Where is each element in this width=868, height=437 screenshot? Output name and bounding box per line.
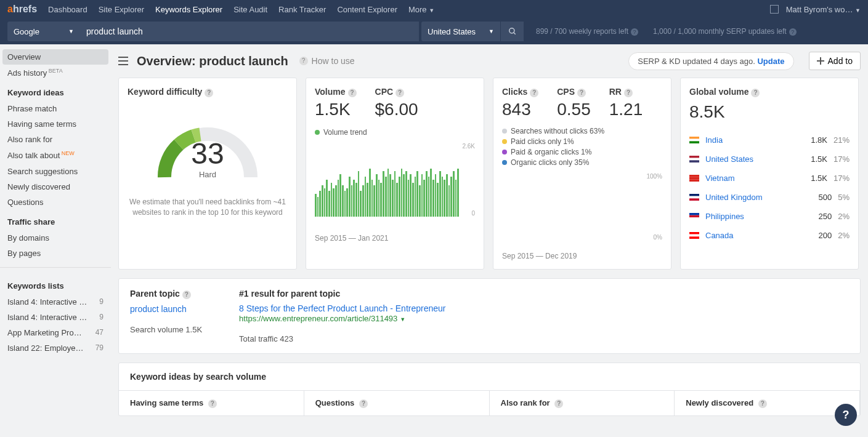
nav-item-keywords-explorer[interactable]: Keywords Explorer: [155, 5, 222, 14]
info-icon[interactable]: ?: [789, 28, 797, 36]
volume-bar: [401, 169, 403, 217]
gv-row[interactable]: Philippines2502%: [689, 207, 850, 226]
add-to-button[interactable]: Add to: [809, 52, 861, 70]
how-to-use[interactable]: ?How to use: [297, 56, 355, 66]
help-icon[interactable]: ?: [208, 399, 217, 408]
volume-bar: [437, 183, 439, 217]
search-button[interactable]: [500, 22, 524, 41]
sidebar-list-item[interactable]: App Marketing Pro…47: [0, 325, 111, 340]
volume-bar: [446, 174, 448, 217]
volume-bar: [444, 180, 445, 217]
volume-bar: [376, 174, 378, 217]
cps-value: 0.55: [557, 100, 591, 119]
volume-bar: [317, 197, 319, 217]
svg-rect-13: [689, 175, 699, 177]
logo[interactable]: ahrefs: [7, 4, 37, 15]
svg-rect-7: [689, 137, 699, 139]
help-icon[interactable]: ?: [205, 89, 213, 97]
sidebar-item-ads-history[interactable]: Ads history BETA: [0, 65, 111, 81]
volume-bar: [338, 180, 339, 217]
volume-date-range: Sep 2015 — Jan 2021: [315, 234, 475, 243]
sidebar-list-item[interactable]: Island 4: Interactive …9: [0, 294, 111, 310]
legend-item: Paid & organic clicks 1%: [502, 148, 662, 156]
nav-item-dashboard[interactable]: Dashboard: [48, 5, 87, 14]
help-icon[interactable]: ?: [758, 399, 767, 408]
help-icon[interactable]: ?: [182, 291, 191, 299]
help-icon[interactable]: ?: [359, 399, 368, 408]
volume-bar: [392, 180, 394, 217]
kd-label: Keyword difficulty?: [128, 87, 288, 97]
volume-trend-legend: Volume trend: [315, 128, 475, 137]
volume-bar: [419, 185, 421, 217]
volume-bar: [365, 177, 367, 217]
nav-item-rank-tracker[interactable]: Rank Tracker: [278, 5, 326, 14]
help-icon[interactable]: ?: [348, 89, 357, 97]
workspace-icon[interactable]: [770, 5, 779, 14]
sidebar-list-item[interactable]: Island 22: Employe…79: [0, 340, 111, 356]
volume-bar: [435, 174, 437, 217]
help-icon[interactable]: ?: [395, 89, 404, 97]
nav-item-site-explorer[interactable]: Site Explorer: [99, 5, 144, 14]
sidebar-item-phrase-match[interactable]: Phrase match: [0, 101, 111, 116]
svg-rect-14: [689, 177, 699, 180]
sidebar-item-by-pages[interactable]: By pages: [0, 246, 111, 261]
sidebar-item-also-talk[interactable]: Also talk about NEW: [0, 147, 111, 163]
svg-rect-11: [689, 158, 699, 161]
help-icon[interactable]: ?: [530, 89, 538, 97]
sidebar-item-same-terms[interactable]: Having same terms: [0, 116, 111, 132]
nav-item-more[interactable]: More ▼: [408, 5, 434, 14]
parent-topic-label: Parent topic?: [130, 289, 202, 299]
gv-row[interactable]: United Kingdom5005%: [689, 188, 850, 207]
volume-bar: [453, 171, 455, 217]
sidebar-header-keywords-lists: Keywords lists: [0, 274, 111, 294]
sidebar-item-also-rank[interactable]: Also rank for: [0, 132, 111, 147]
help-bubble-button[interactable]: ?: [835, 404, 857, 426]
volume-bar: [349, 177, 351, 217]
volume-bar: [387, 169, 389, 217]
sidebar-item-overview[interactable]: Overview: [2, 49, 108, 65]
sidebar-list-item[interactable]: Island 4: Interactive …9: [0, 310, 111, 325]
keyword-input[interactable]: [80, 22, 419, 41]
legend-item: Organic clicks only 35%: [502, 158, 662, 167]
gv-row[interactable]: United States1.5K17%: [689, 150, 850, 169]
volume-bar: [346, 188, 348, 217]
update-link[interactable]: Update: [757, 57, 784, 66]
result-url[interactable]: https://www.entrepreneur.com/article/311…: [239, 313, 445, 323]
gv-row[interactable]: India1.8K21%: [689, 130, 850, 150]
volume-bar: [315, 194, 317, 217]
result-title-link[interactable]: 8 Steps for the Perfect Product Launch -…: [239, 303, 445, 313]
usage-info: 899 / 700 weekly reports left? 1,000 / 1…: [536, 27, 797, 36]
sidebar-item-suggestions[interactable]: Search suggestions: [0, 164, 111, 179]
country-select[interactable]: United States▼: [421, 22, 500, 41]
volume-bar: [457, 169, 459, 217]
help-icon[interactable]: ?: [577, 89, 586, 97]
info-icon[interactable]: ?: [631, 28, 638, 36]
parent-topic-link[interactable]: product launch: [130, 304, 202, 314]
volume-bar: [426, 171, 428, 217]
ideas-col-header: Newly discovered ?: [675, 390, 860, 415]
help-icon[interactable]: ?: [751, 89, 760, 97]
menu-icon[interactable]: [118, 57, 128, 65]
parent-search-volume: Search volume 1.5K: [130, 325, 202, 334]
legend-item: Searches without clicks 63%: [502, 127, 662, 135]
gv-row[interactable]: Vietnam1.5K17%: [689, 169, 850, 188]
volume-bar: [342, 185, 344, 217]
nav-item-content-explorer[interactable]: Content Explorer: [337, 5, 397, 14]
nav-item-site-audit[interactable]: Site Audit: [233, 5, 267, 14]
main-nav: DashboardSite ExplorerKeywords ExplorerS…: [48, 5, 434, 14]
sidebar-item-by-domains[interactable]: By domains: [0, 230, 111, 246]
result-label: #1 result for parent topic: [239, 289, 445, 299]
clicks-chart: 100% 0%: [502, 173, 662, 247]
sidebar-item-newly-discovered[interactable]: Newly discovered: [0, 179, 111, 194]
gv-row[interactable]: Canada2002%: [689, 226, 850, 245]
svg-rect-16: [689, 194, 699, 196]
volume-bar: [326, 180, 328, 217]
svg-rect-24: [689, 236, 699, 239]
engine-select[interactable]: Google▼: [7, 22, 80, 41]
plus-icon: [817, 57, 824, 65]
sidebar-item-questions[interactable]: Questions: [0, 194, 111, 210]
volume-bar: [353, 180, 355, 217]
workspace-selector[interactable]: Matt Byrom's wo… ▼: [786, 5, 861, 14]
help-icon[interactable]: ?: [554, 399, 563, 408]
help-icon[interactable]: ?: [624, 89, 633, 97]
